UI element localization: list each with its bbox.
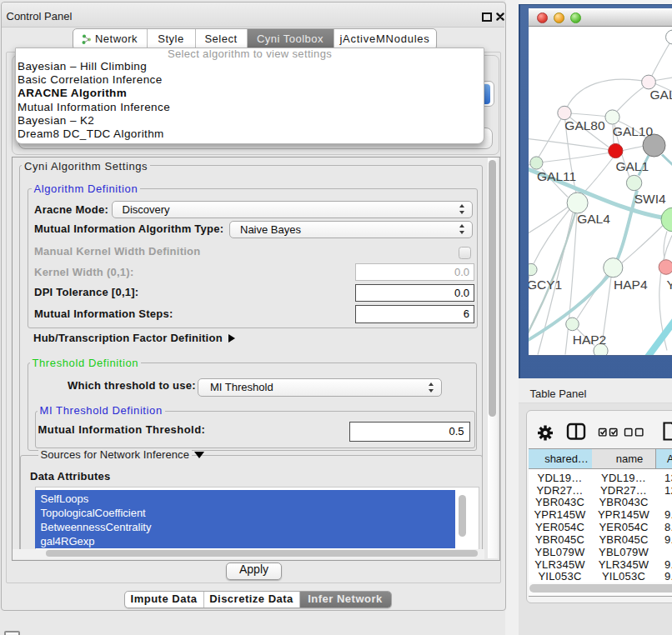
svg-text:GAL10: GAL10: [613, 124, 654, 138]
svg-text:GAL4: GAL4: [577, 212, 610, 226]
svg-text:GAL1: GAL1: [615, 158, 649, 172]
svg-text:GAL2: GAL2: [650, 88, 672, 102]
svg-text:SWI4: SWI4: [634, 191, 666, 205]
svg-text:YJ: YJ: [667, 278, 672, 292]
svg-text:GCY1: GCY1: [529, 278, 562, 292]
svg-text:GAL11: GAL11: [537, 169, 576, 183]
svg-text:HAP4: HAP4: [614, 278, 648, 292]
svg-text:GAL80: GAL80: [564, 118, 605, 132]
svg-text:HAP2: HAP2: [573, 332, 607, 346]
